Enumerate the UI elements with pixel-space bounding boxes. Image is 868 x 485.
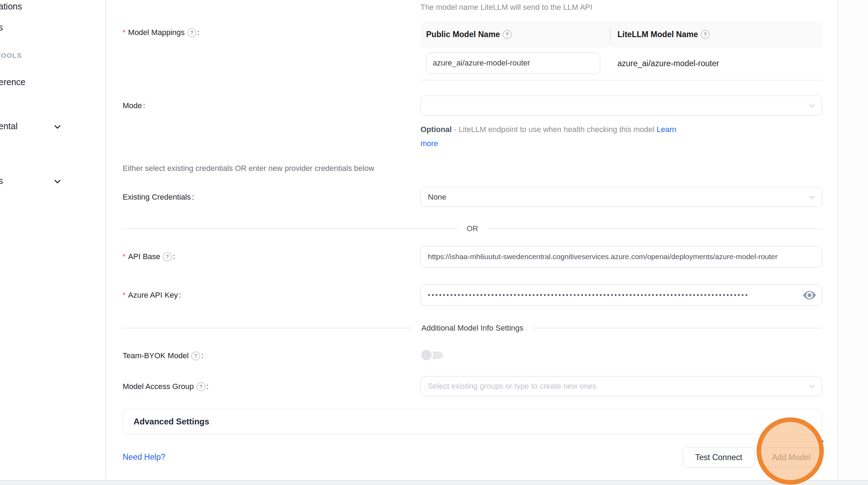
divider-line — [123, 328, 412, 328]
help-icon[interactable]: ? — [197, 382, 205, 391]
required-mark: * — [123, 291, 126, 299]
chevron-down-icon — [808, 193, 816, 201]
colon: : — [192, 193, 194, 202]
add-model-page: ations s TOOLS erence ental s The model … — [0, 0, 868, 485]
chevron-down-icon — [53, 177, 62, 187]
sidebar-item-users[interactable]: s — [0, 22, 3, 33]
column-header-public-model-name: Public Model Name ? — [421, 21, 610, 47]
table-header-row: Public Model Name ? LiteLLM Model Name ? — [421, 21, 822, 47]
colon: : — [206, 382, 209, 391]
help-icon[interactable]: ? — [163, 252, 172, 261]
credentials-hint: Either select existing credentials OR en… — [123, 164, 374, 173]
sidebar-item-api-reference[interactable]: erence — [0, 77, 25, 87]
api-base-value: https://ishaa-mh6uutut-swedencentral.cog… — [428, 252, 778, 261]
colon: : — [143, 101, 145, 110]
masked-api-key: ••••••••••••••••••••••••••••••••••••••••… — [428, 291, 749, 299]
page-bottom-strip — [0, 481, 868, 485]
or-divider-text: OR — [458, 224, 487, 233]
sidebar-item-settings[interactable]: s — [0, 176, 3, 186]
additional-settings-divider: Additional Model Info Settings — [123, 323, 822, 333]
api-base-label-text: API Base — [128, 252, 160, 261]
column-header-text: Public Model Name — [426, 30, 500, 39]
chevron-down-icon — [808, 382, 816, 390]
mode-hint-bold: Optional — [421, 125, 452, 134]
help-icon[interactable]: ? — [503, 30, 512, 39]
existing-credentials-select[interactable]: None — [421, 187, 822, 207]
existing-credentials-value: None — [428, 193, 446, 202]
azure-api-key-input[interactable]: ••••••••••••••••••••••••••••••••••••••••… — [421, 284, 822, 306]
or-divider: OR — [123, 223, 822, 234]
learn-more-link[interactable]: Learn — [657, 125, 676, 134]
eye-icon[interactable] — [802, 290, 817, 300]
toggle-knob — [420, 348, 433, 362]
colon: : — [201, 351, 203, 360]
mode-hint: Optional - LiteLLM endpoint to use when … — [421, 123, 736, 151]
need-help-link[interactable]: Need Help? — [123, 452, 165, 462]
card-right-border — [838, 0, 838, 480]
api-base-label: * API Base ? : — [123, 251, 175, 263]
colon: : — [197, 28, 199, 37]
chevron-down-icon — [797, 417, 806, 426]
model-access-group-placeholder: Select existing groups or type to create… — [428, 382, 596, 391]
sidebar-divider — [105, 0, 106, 480]
model-access-group-label: Model Access Group ? : — [123, 381, 209, 393]
mode-hint-text: - LiteLLM endpoint to use when health ch… — [454, 125, 654, 134]
sidebar-item-organizations[interactable]: ations — [0, 1, 22, 12]
additional-settings-divider-text: Additional Model Info Settings — [412, 324, 532, 333]
sidebar: ations s TOOLS erence ental s — [0, 0, 105, 480]
add-model-button[interactable]: Add Model — [761, 448, 821, 467]
public-model-name-input[interactable] — [426, 53, 600, 74]
model-mappings-label-text: Model Mappings — [128, 28, 185, 37]
required-mark: * — [123, 29, 126, 36]
team-byok-toggle[interactable] — [421, 349, 444, 361]
model-name-hint: The model name LiteLLM will send to the … — [421, 3, 592, 12]
azure-api-key-label: * Azure API Key : — [123, 289, 181, 301]
mode-label: Mode : — [123, 100, 145, 112]
chevron-down-icon — [53, 123, 62, 132]
litellm-model-name-value: azure_ai/azure-model-router — [617, 47, 719, 80]
column-header-text: LiteLLM Model Name — [617, 30, 698, 39]
mode-select[interactable] — [421, 96, 822, 116]
table-row: azure_ai/azure-model-router — [421, 47, 822, 81]
api-base-input[interactable]: https://ishaa-mh6uutut-swedencentral.cog… — [421, 246, 822, 268]
sidebar-section-tools: TOOLS — [0, 52, 22, 60]
sidebar-item-experimental[interactable]: ental — [0, 121, 18, 131]
help-icon[interactable]: ? — [701, 30, 710, 39]
colon: : — [173, 252, 175, 261]
divider-line — [533, 328, 822, 328]
required-mark: * — [123, 253, 126, 261]
existing-credentials-label-text: Existing Credentials — [123, 193, 191, 202]
column-header-litellm-model-name: LiteLLM Model Name ? — [610, 21, 822, 47]
test-connect-button[interactable]: Test Connect — [683, 448, 755, 467]
model-mappings-table: Public Model Name ? LiteLLM Model Name ?… — [421, 21, 822, 81]
help-icon[interactable]: ? — [191, 352, 200, 360]
model-access-group-label-text: Model Access Group — [123, 382, 194, 391]
divider-line — [487, 228, 822, 229]
advanced-settings-header[interactable]: Advanced Settings — [123, 409, 822, 435]
divider-line — [123, 228, 458, 229]
help-icon[interactable]: ? — [187, 28, 196, 37]
model-access-group-select[interactable]: Select existing groups or type to create… — [421, 376, 822, 396]
model-mappings-label: * Model Mappings ? : — [123, 27, 199, 39]
team-byok-label-text: Team-BYOK Model — [123, 351, 189, 360]
learn-more-link[interactable]: more — [421, 139, 438, 148]
colon: : — [179, 291, 181, 300]
chevron-down-icon — [808, 102, 816, 110]
right-gutter — [838, 0, 868, 480]
cursor-icon — [819, 437, 824, 446]
azure-api-key-label-text: Azure API Key — [128, 291, 178, 300]
column-divider — [610, 28, 610, 41]
team-byok-label: Team-BYOK Model ? : — [123, 350, 203, 362]
advanced-settings-label: Advanced Settings — [134, 417, 209, 427]
mode-label-text: Mode — [123, 101, 142, 110]
existing-credentials-label: Existing Credentials : — [123, 191, 194, 203]
